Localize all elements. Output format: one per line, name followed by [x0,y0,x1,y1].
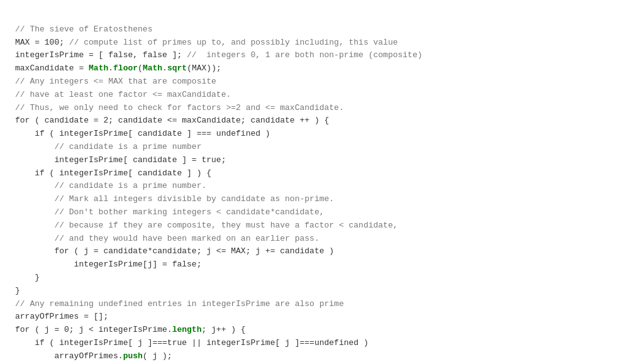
line-10: // candidate is a prime number [15,142,201,151]
line-13: // candidate is a prime number. [15,181,206,190]
line-18: for ( j = candidate*candidate; j <= MAX;… [15,246,334,256]
code-block: // The sieve of Eratosthenes MAX = 100; … [15,10,629,362]
line-14: // Mark all integers divisible by candid… [15,194,334,204]
line-11: integerIsPrime[ candidate ] = true; [15,155,226,165]
line-1: // The sieve of Eratosthenes [15,25,152,34]
line-8: for ( candidate = 2; candidate <= maxCan… [15,116,329,125]
line-4: maxCandidate = Math.floor(Math.sqrt(MAX)… [15,63,221,73]
line-9: if ( integerIsPrime[ candidate ] === und… [15,129,270,138]
line-25: if ( integerIsPrime[ j ]===true || integ… [15,338,369,348]
line-21: } [15,286,20,295]
line-23: arrayOfPrimes = []; [15,312,108,321]
code-container: // The sieve of Eratosthenes MAX = 100; … [0,0,644,362]
line-26: arrayOfPrimes.push( j ); [15,351,172,361]
line-15: // Don't bother marking integers < candi… [15,207,324,217]
line-5: // Any integers <= MAX that are composit… [15,77,216,86]
line-12: if ( integerIsPrime[ candidate ] ) { [15,168,211,178]
line-2: MAX = 100; // compute list of primes up … [15,38,398,47]
line-6: // have at least one factor <= maxCandid… [15,90,231,99]
line-24: for ( j = 0; j < integerIsPrime.length; … [15,325,246,334]
line-3: integerIsPrime = [ false, false ]; // in… [15,50,423,60]
line-19: integerIsPrime[j] = false; [15,260,201,269]
line-16: // because if they are composite, they m… [15,221,398,230]
line-20: } [15,273,40,282]
line-22: // Any remaining undefined entries in in… [15,299,344,309]
line-17: // and they would have been marked on an… [15,234,319,243]
line-7: // Thus, we only need to check for facto… [15,103,344,112]
